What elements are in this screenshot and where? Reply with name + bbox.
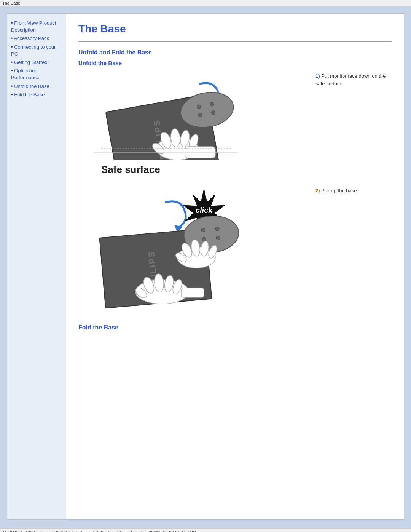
sidebar-link-front-view[interactable]: Front View Product Description: [11, 20, 56, 33]
content-area: The Base Unfold and Fold the Base Unfold…: [66, 14, 404, 519]
section-heading: Unfold and Fold the Base: [78, 49, 392, 56]
sidebar-link-accessory[interactable]: Accessory Pack: [14, 35, 49, 41]
step2-number: 2): [315, 188, 320, 193]
main-container: Front View Product Description Accessory…: [7, 13, 404, 520]
status-bar: file:///D|/My%20Documents/dfu/C6_Model/e…: [0, 528, 411, 532]
step1-instruction: 1) Put monitor face down on the safe sur…: [308, 72, 392, 179]
section-divider: [78, 41, 392, 42]
sidebar-link-connecting[interactable]: Connecting to your PC: [11, 44, 56, 57]
step2-instruction: 2) Pull up the base.: [308, 187, 392, 309]
sidebar-item-optimizing[interactable]: Optimizing Performance: [11, 67, 62, 81]
sidebar-item-started[interactable]: Getting Started: [11, 59, 62, 66]
step1-text: Put monitor face down on the safe surfac…: [315, 73, 386, 86]
safe-surface-label: Safe surface: [101, 164, 160, 176]
sidebar-item-fold[interactable]: Fold the Base: [11, 91, 62, 98]
step1-illustration: PHILIPS: [78, 72, 308, 179]
outer-wrapper: Front View Product Description Accessory…: [0, 6, 411, 528]
title-bar: The Base: [0, 0, 411, 6]
sidebar-item-front-view[interactable]: Front View Product Description: [11, 20, 62, 34]
sidebar: Front View Product Description Accessory…: [7, 14, 66, 519]
step2-svg: click PHILIPS: [78, 187, 242, 309]
footer-heading: Fold the Base: [78, 324, 392, 331]
svg-point-23: [201, 228, 206, 232]
step1-area: PHILIPS: [78, 72, 392, 179]
svg-text:click: click: [196, 206, 213, 214]
fold-base-footer: Fold the Base: [78, 324, 392, 331]
status-bar-text: file:///D|/My%20Documents/dfu/C6_Model/e…: [3, 530, 196, 532]
page-title: The Base: [78, 23, 392, 35]
sidebar-link-unfold[interactable]: Unfold the Base: [14, 83, 49, 89]
sidebar-link-fold[interactable]: Fold the Base: [14, 92, 45, 97]
svg-point-26: [216, 236, 220, 240]
step1-number: 1): [315, 73, 320, 79]
step2-text: Pull up the base.: [321, 188, 358, 193]
svg-rect-39: [181, 288, 204, 297]
step1-svg: PHILIPS: [78, 72, 242, 160]
sidebar-nav: Front View Product Description Accessory…: [11, 20, 62, 98]
sub-heading-unfold: Unfold the Base: [78, 60, 392, 66]
svg-point-25: [202, 237, 206, 241]
step2-illustration: click PHILIPS: [78, 187, 308, 309]
sidebar-item-accessory[interactable]: Accessory Pack: [11, 35, 62, 42]
sidebar-item-connecting[interactable]: Connecting to your PC: [11, 44, 62, 58]
sidebar-link-started[interactable]: Getting Started: [14, 59, 47, 65]
sidebar-item-unfold[interactable]: Unfold the Base: [11, 83, 62, 90]
svg-point-24: [215, 227, 220, 231]
step2-area: click PHILIPS: [78, 187, 392, 309]
title-bar-text: The Base: [2, 1, 20, 5]
sidebar-link-optimizing[interactable]: Optimizing Performance: [11, 68, 39, 80]
